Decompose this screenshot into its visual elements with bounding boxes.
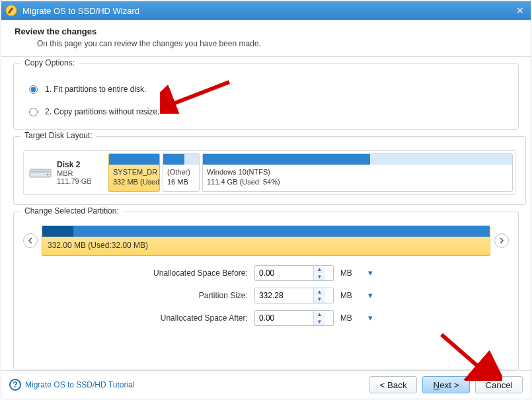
svg-point-3 [47, 173, 49, 175]
spin-up-icon[interactable]: ▲ [314, 288, 325, 296]
wizard-window: Migrate OS to SSD/HD Wizard ✕ Review the… [1, 1, 531, 399]
page-title: Review the changes [15, 26, 517, 36]
svg-rect-1 [30, 169, 51, 177]
spin-up-icon[interactable]: ▲ [314, 266, 325, 273]
unalloc-after-label: Unallocated Space After: [153, 313, 248, 323]
radio-fit-disk[interactable]: 1. Fit partitions to entire disk. [26, 84, 509, 95]
drive-icon [29, 165, 52, 180]
partition-slider-caption: 332.00 MB (Used:32.00 MB) [42, 237, 490, 254]
disk-meta: Disk 2 MBR 111.79 GB [26, 153, 106, 192]
partition-fields: Unallocated Space Before: ▲ ▼ MB ▾ Parti… [23, 265, 509, 326]
page-header: Review the changes On this page you can … [1, 20, 531, 57]
partition-name: Windows 10(NTFS) [207, 167, 508, 177]
radio-fit-disk-input[interactable] [29, 85, 38, 94]
spin-down-icon[interactable]: ▼ [314, 296, 325, 303]
cancel-button[interactable]: Cancel [475, 376, 523, 393]
partition-name: SYSTEM_DR [113, 167, 155, 177]
page-body: Copy Options: 1. Fit partitions to entir… [1, 57, 531, 370]
disk-size: 111.79 GB [57, 177, 92, 185]
back-button[interactable]: < Back [369, 376, 417, 393]
partition-size-input[interactable]: ▲ ▼ [254, 288, 334, 303]
disk-layout-row: Disk 2 MBR 111.79 GB SYSTEM_DR332 MB (Us… [23, 150, 516, 195]
spin-down-icon[interactable]: ▼ [314, 318, 325, 325]
help-icon: ? [9, 379, 21, 391]
wizard-icon [5, 5, 17, 17]
unalloc-after-unit: MB [340, 313, 359, 323]
copy-options-group: Copy Options: 1. Fit partitions to entir… [13, 63, 519, 130]
help-link[interactable]: ? Migrate OS to SSD/HD Tutorial [9, 379, 134, 391]
radio-no-resize-label: 2. Copy partitions without resize. [45, 107, 159, 116]
radio-no-resize-input[interactable] [29, 108, 38, 116]
partition-block[interactable]: (Other)16 MB [163, 153, 200, 192]
partition-name: (Other) [167, 167, 195, 177]
unalloc-after-input[interactable]: ▲ ▼ [254, 310, 334, 326]
partition-list: SYSTEM_DR332 MB (Used(Other)16 MBWindows… [108, 153, 513, 192]
disk-name: Disk 2 [57, 160, 92, 169]
target-disk-legend: Target Disk Layout: [20, 131, 96, 140]
window-title: Migrate OS to SSD/HD Wizard [22, 6, 139, 16]
help-link-label: Migrate OS to SSD/HD Tutorial [25, 380, 134, 389]
page-subtitle: On this page you can review the changes … [37, 39, 517, 48]
change-partition-group: Change Selected Partition: 332.00 MB (Us… [13, 212, 519, 370]
chevron-down-icon[interactable]: ▾ [365, 268, 376, 278]
next-button[interactable]: Next > [422, 376, 470, 393]
chevron-left-icon[interactable] [23, 233, 38, 248]
change-partition-legend: Change Selected Partition: [20, 206, 123, 216]
partition-size-unit: MB [340, 291, 359, 300]
partition-size: 16 MB [167, 177, 195, 187]
unalloc-after-value[interactable] [255, 311, 313, 325]
svg-rect-2 [31, 171, 50, 173]
disk-type: MBR [57, 169, 92, 177]
title-bar[interactable]: Migrate OS to SSD/HD Wizard ✕ [1, 1, 531, 20]
copy-options-legend: Copy Options: [20, 58, 79, 67]
unalloc-before-input[interactable]: ▲ ▼ [254, 265, 334, 281]
spin-up-icon[interactable]: ▲ [314, 311, 325, 318]
wizard-footer: ? Migrate OS to SSD/HD Tutorial < Back N… [1, 370, 531, 399]
partition-slider-track[interactable]: 332.00 MB (Used:32.00 MB) [42, 225, 490, 256]
partition-slider: 332.00 MB (Used:32.00 MB) [23, 225, 509, 256]
chevron-down-icon[interactable]: ▾ [365, 313, 376, 323]
chevron-down-icon[interactable]: ▾ [365, 290, 376, 301]
partition-size: 111.4 GB (Used: 54%) [207, 177, 508, 187]
target-disk-layout-group: Target Disk Layout: Disk 2 MBR 111.79 GB [13, 136, 526, 205]
partition-size-value[interactable] [255, 288, 313, 303]
close-icon[interactable]: ✕ [513, 4, 527, 17]
partition-block[interactable]: Windows 10(NTFS)111.4 GB (Used: 54%) [202, 153, 513, 192]
partition-size-label: Partition Size: [153, 291, 248, 300]
unalloc-before-unit: MB [340, 268, 359, 278]
radio-fit-disk-label: 1. Fit partitions to entire disk. [45, 85, 146, 94]
partition-size: 332 MB (Used [113, 177, 155, 187]
chevron-right-icon[interactable] [494, 233, 509, 248]
partition-block[interactable]: SYSTEM_DR332 MB (Used [108, 153, 160, 192]
unalloc-before-value[interactable] [255, 266, 313, 280]
radio-no-resize[interactable]: 2. Copy partitions without resize. [26, 106, 509, 117]
spin-down-icon[interactable]: ▼ [314, 273, 325, 280]
unalloc-before-label: Unallocated Space Before: [153, 268, 248, 278]
